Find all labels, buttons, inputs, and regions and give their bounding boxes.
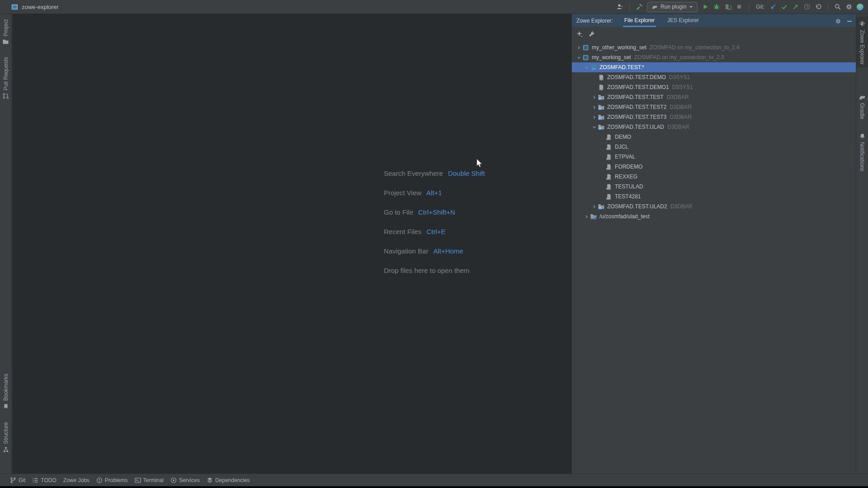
ide-window: zowe-explorer Run plugin bbox=[0, 0, 868, 488]
tree-row[interactable]: DSZOSMFAD.TEST.ULAD2D3DBAR bbox=[572, 202, 856, 211]
shortcut-label: Search Everywhere bbox=[384, 169, 443, 177]
git-update-button[interactable] bbox=[769, 3, 777, 10]
toolwindow-button-zowe-jobs[interactable]: Zowe Jobs bbox=[63, 477, 90, 483]
git-label: Git: bbox=[756, 4, 764, 10]
pull-request-icon bbox=[2, 93, 9, 99]
chevron-right-icon[interactable] bbox=[591, 103, 598, 111]
structure-icon bbox=[3, 446, 9, 453]
tree-row[interactable]: PSZOSMFAD.TEST.DEMO1D3SYS1 bbox=[572, 82, 856, 92]
build-hammer-icon[interactable] bbox=[636, 3, 643, 10]
tree-item-name: TESTULAD bbox=[615, 183, 643, 190]
window-title: zowe-explorer bbox=[22, 4, 59, 10]
debug-button[interactable] bbox=[713, 3, 720, 10]
tool-window-title: Zowe Explorer: bbox=[576, 18, 613, 27]
stripe-button-structure[interactable]: Structure bbox=[0, 419, 11, 455]
tree-row[interactable]: MEMTESTULAD bbox=[572, 182, 856, 192]
chevron-down-icon[interactable] bbox=[576, 54, 582, 61]
tree-row[interactable]: /u/zosmfad/ulad_test bbox=[572, 211, 856, 221]
tab-jes-explorer[interactable]: JES Explorer bbox=[666, 17, 700, 27]
toolwindow-button-problems[interactable]: Problems bbox=[96, 477, 128, 483]
chevron-right-icon[interactable] bbox=[591, 113, 598, 121]
working-set-icon bbox=[582, 54, 590, 61]
stop-button[interactable] bbox=[736, 3, 743, 10]
svg-text:MEM: MEM bbox=[607, 188, 610, 190]
rollback-button[interactable] bbox=[815, 3, 822, 10]
toolbar-separator bbox=[749, 3, 749, 11]
shortcut-label: Navigation Bar bbox=[384, 247, 428, 255]
shortcut-hint-line: Navigation BarAlt+Home bbox=[384, 241, 485, 261]
hide-panel-icon[interactable] bbox=[847, 19, 852, 24]
toolwindow-button-git[interactable]: Git bbox=[10, 477, 25, 483]
toolwindow-button-dependencies[interactable]: Dependencies bbox=[207, 477, 250, 483]
tree-item-name: DEMO bbox=[615, 134, 631, 140]
stripe-button-notifications[interactable]: Notifications bbox=[856, 130, 868, 174]
svg-text:DS: DS bbox=[599, 117, 601, 120]
chevron-down-icon[interactable] bbox=[591, 123, 598, 131]
git-branch-icon bbox=[10, 477, 16, 483]
chevron-down-icon[interactable] bbox=[583, 64, 590, 71]
tree-item-name: /u/zosmfad/ulad_test bbox=[599, 213, 650, 220]
toolwindow-button-services[interactable]: Services bbox=[170, 477, 200, 483]
working-set-icon bbox=[582, 44, 590, 51]
stripe-button-gradle[interactable]: Gradle bbox=[856, 91, 868, 122]
stripe-button-project[interactable]: Project bbox=[0, 17, 11, 48]
tree-row[interactable]: PSZOSMFAD.TEST.DEMOD3SYS1 bbox=[572, 72, 856, 82]
tree-row[interactable]: DSZOSMFAD.TEST.TESTD3DBAR bbox=[572, 92, 856, 102]
member-icon: MEM bbox=[605, 163, 613, 170]
tree-row[interactable]: MEMDEMO bbox=[572, 132, 856, 142]
dependencies-icon bbox=[207, 477, 213, 483]
chevron-right-icon[interactable] bbox=[591, 94, 598, 101]
chevron-right-icon[interactable] bbox=[576, 44, 582, 51]
git-commit-button[interactable] bbox=[781, 3, 788, 10]
chevron-right-icon[interactable] bbox=[583, 213, 590, 220]
tree-row[interactable]: DSZOSMFAD.TEST.ULADD3DBAR bbox=[572, 122, 856, 132]
tree-row[interactable]: DSZOSMFAD.TEST.TEST2D3DBAR bbox=[572, 102, 856, 112]
tree-item-name: ZOSMFAD.TEST.* bbox=[599, 64, 644, 70]
run-configuration-select[interactable]: Run plugin bbox=[647, 2, 698, 12]
stripe-button-bookmarks[interactable]: Bookmarks bbox=[0, 371, 11, 412]
svg-text:DS: DS bbox=[599, 207, 601, 209]
git-push-button[interactable] bbox=[792, 3, 799, 10]
shortcut-keys: Double Shift bbox=[448, 169, 485, 177]
stripe-button-zowe-explorer[interactable]: Z Zowe Explorer bbox=[856, 17, 868, 67]
tree-row[interactable]: MEMREXXEG bbox=[572, 172, 856, 182]
tree-row[interactable]: MEMTEST4281 bbox=[572, 192, 856, 202]
terminal-icon bbox=[135, 477, 141, 483]
shortcut-keys: Ctrl+Shift+N bbox=[418, 208, 455, 216]
member-icon: MEM bbox=[605, 173, 613, 180]
search-icon[interactable] bbox=[834, 3, 841, 10]
stripe-button-pull-requests[interactable]: Pull Requests bbox=[0, 54, 11, 102]
run-configuration-label: Run plugin bbox=[660, 4, 686, 10]
user-account-icon[interactable] bbox=[616, 3, 623, 10]
tree-item-name: my_working_set bbox=[592, 54, 631, 61]
settings-wrench-icon[interactable] bbox=[589, 31, 595, 38]
code-with-me-icon[interactable] bbox=[857, 4, 863, 10]
toolwindow-button-todo[interactable]: TODO bbox=[32, 477, 56, 483]
history-clock-icon[interactable] bbox=[803, 3, 811, 10]
shortcut-keys: Alt+1 bbox=[426, 189, 442, 197]
tree-item-name: ZOSMFAD.TEST.TEST3 bbox=[607, 114, 666, 120]
toolwindow-button-terminal[interactable]: Terminal bbox=[135, 477, 164, 483]
window-bottom-edge bbox=[0, 486, 868, 488]
panel-settings-gear-icon[interactable] bbox=[835, 18, 841, 24]
tree-row[interactable]: my_other_working_setZOSMFAD on my_connec… bbox=[572, 42, 856, 52]
svg-text:PS: PS bbox=[600, 88, 602, 90]
tree-row[interactable]: DSZOSMFAD.TEST.TEST3D3DBAR bbox=[572, 112, 856, 122]
tree-row[interactable]: 0..9ZOSMFAD.TEST.* bbox=[572, 62, 856, 72]
settings-gear-icon[interactable] bbox=[845, 3, 853, 10]
tab-file-explorer[interactable]: File Explorer bbox=[623, 17, 656, 27]
run-button[interactable] bbox=[702, 3, 709, 10]
tree-row[interactable]: my_working_setZOSMFAD on my_connection_t… bbox=[572, 52, 856, 62]
tree-row[interactable]: MEMDJCL bbox=[572, 142, 856, 152]
add-working-set-button[interactable] bbox=[576, 30, 584, 38]
member-icon: MEM bbox=[605, 133, 613, 141]
chevron-spacer bbox=[599, 143, 605, 150]
tree-row[interactable]: MEMFORDEMO bbox=[572, 162, 856, 172]
tree-row[interactable]: MEMETPVAL bbox=[572, 152, 856, 162]
shortcut-hint-line: Recent FilesCtrl+E bbox=[384, 222, 485, 241]
run-with-coverage-button[interactable] bbox=[724, 3, 731, 10]
uss-folder-icon bbox=[590, 213, 598, 220]
toolwindow-button-label: TODO bbox=[41, 477, 56, 483]
chevron-right-icon[interactable] bbox=[591, 203, 598, 210]
chevron-spacer bbox=[599, 173, 605, 180]
